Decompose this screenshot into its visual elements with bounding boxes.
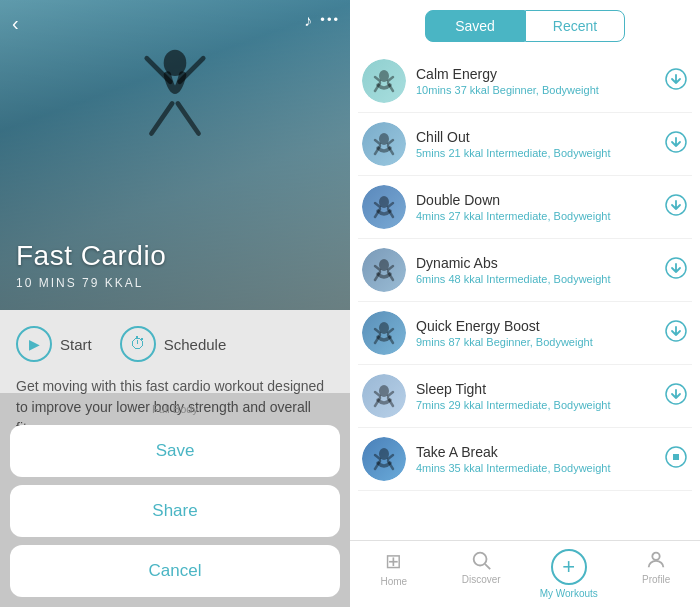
clock-icon: ⏱ xyxy=(120,326,156,362)
workout-name: Chill Out xyxy=(416,129,654,145)
start-button[interactable]: ▶ Start xyxy=(16,326,92,362)
workout-info: Dynamic Abs 6mins 48 kkal Intermediate, … xyxy=(416,255,654,285)
workout-name: Calm Energy xyxy=(416,66,654,82)
hero-title: Fast Cardio xyxy=(16,240,166,272)
tab-bar: Saved Recent xyxy=(350,0,700,50)
workout-item-0[interactable]: Calm Energy 10mins 37 kkal Beginner, Bod… xyxy=(358,50,692,113)
workout-name: Take A Break xyxy=(416,444,654,460)
workout-name: Quick Energy Boost xyxy=(416,318,654,334)
workout-meta: 4mins 27 kkal Intermediate, Bodyweight xyxy=(416,210,654,222)
music-button[interactable]: ♪ xyxy=(304,12,312,30)
workout-thumb xyxy=(362,437,406,481)
workout-item-3[interactable]: Dynamic Abs 6mins 48 kkal Intermediate, … xyxy=(358,239,692,302)
hero-subtitle: 10 MINS 79 KKAL xyxy=(16,276,166,290)
workout-action-download[interactable] xyxy=(664,382,688,411)
svg-point-51 xyxy=(653,553,660,560)
workout-meta: 5mins 21 kkal Intermediate, Bodyweight xyxy=(416,147,654,159)
workout-item-5[interactable]: Sleep Tight 7mins 29 kkal Intermediate, … xyxy=(358,365,692,428)
svg-rect-48 xyxy=(673,454,679,460)
hero-figure xyxy=(115,30,235,190)
workout-info: Take A Break 4mins 35 kkal Intermediate,… xyxy=(416,444,654,474)
nav-my-workouts[interactable]: + My Workouts xyxy=(525,549,613,599)
workout-meta: 10mins 37 kkal Beginner, Bodyweight xyxy=(416,84,654,96)
workout-info: Calm Energy 10mins 37 kkal Beginner, Bod… xyxy=(416,66,654,96)
nav-profile[interactable]: Profile xyxy=(613,549,701,599)
add-workout-icon[interactable]: + xyxy=(551,549,587,585)
play-icon: ▶ xyxy=(16,326,52,362)
detail-area: ▶ Start ⏱ Schedule Get moving with this … xyxy=(0,310,350,607)
profile-label: Profile xyxy=(642,574,670,585)
workout-item-2[interactable]: Double Down 4mins 27 kkal Intermediate, … xyxy=(358,176,692,239)
workout-info: Double Down 4mins 27 kkal Intermediate, … xyxy=(416,192,654,222)
svg-line-50 xyxy=(485,564,490,569)
share-button[interactable]: Share xyxy=(10,485,340,537)
workout-info: Chill Out 5mins 21 kkal Intermediate, Bo… xyxy=(416,129,654,159)
workout-thumb xyxy=(362,185,406,229)
workout-thumb xyxy=(362,248,406,292)
discover-icon xyxy=(470,549,492,571)
tab-saved[interactable]: Saved xyxy=(425,10,525,42)
workout-action-download[interactable] xyxy=(664,256,688,285)
workout-action-download[interactable] xyxy=(664,67,688,96)
workout-name: Double Down xyxy=(416,192,654,208)
left-panel: ‹ ♪ ••• Fast Cardio 10 MINS xyxy=(0,0,350,607)
workout-item-4[interactable]: Quick Energy Boost 9mins 87 kkal Beginne… xyxy=(358,302,692,365)
workout-list: Calm Energy 10mins 37 kkal Beginner, Bod… xyxy=(350,50,700,540)
svg-point-49 xyxy=(474,553,487,566)
right-panel: Saved Recent xyxy=(350,0,700,607)
workout-thumb xyxy=(362,374,406,418)
workout-thumb xyxy=(362,311,406,355)
home-label: Home xyxy=(380,576,407,587)
workout-name: Dynamic Abs xyxy=(416,255,654,271)
workout-item-6[interactable]: Take A Break 4mins 35 kkal Intermediate,… xyxy=(358,428,692,491)
home-icon: ⊞ xyxy=(385,549,402,573)
workout-action-download[interactable] xyxy=(664,319,688,348)
action-row: ▶ Start ⏱ Schedule xyxy=(16,326,334,362)
nav-discover[interactable]: Discover xyxy=(438,549,526,599)
workout-action-download[interactable] xyxy=(664,193,688,222)
start-label: Start xyxy=(60,336,92,353)
workout-info: Sleep Tight 7mins 29 kkal Intermediate, … xyxy=(416,381,654,411)
schedule-button[interactable]: ⏱ Schedule xyxy=(120,326,227,362)
workout-action-download[interactable] xyxy=(664,130,688,159)
bottom-nav: ⊞ Home Discover + My Workouts Profile xyxy=(350,540,700,607)
workout-meta: 6mins 48 kkal Intermediate, Bodyweight xyxy=(416,273,654,285)
workout-meta: 4mins 35 kkal Intermediate, Bodyweight xyxy=(416,462,654,474)
discover-label: Discover xyxy=(462,574,501,585)
profile-icon xyxy=(645,549,667,571)
partial-body-label: Full Body xyxy=(10,403,340,417)
workout-thumb xyxy=(362,59,406,103)
workout-meta: 7mins 29 kkal Intermediate, Bodyweight xyxy=(416,399,654,411)
hero-title-area: Fast Cardio 10 MINS 79 KKAL xyxy=(16,240,166,290)
tab-recent[interactable]: Recent xyxy=(525,10,625,42)
workout-action-stop[interactable] xyxy=(664,445,688,474)
workout-info: Quick Energy Boost 9mins 87 kkal Beginne… xyxy=(416,318,654,348)
workout-item-1[interactable]: Chill Out 5mins 21 kkal Intermediate, Bo… xyxy=(358,113,692,176)
workout-name: Sleep Tight xyxy=(416,381,654,397)
save-button[interactable]: Save xyxy=(10,425,340,477)
schedule-label: Schedule xyxy=(164,336,227,353)
hero-image: ‹ ♪ ••• Fast Cardio 10 MINS xyxy=(0,0,350,310)
more-button[interactable]: ••• xyxy=(320,12,340,27)
workout-thumb xyxy=(362,122,406,166)
back-button[interactable]: ‹ xyxy=(12,12,19,35)
bottom-sheet: Full Body Save Share Cancel xyxy=(0,393,350,607)
svg-line-4 xyxy=(178,103,199,133)
my-workouts-label: My Workouts xyxy=(540,588,598,599)
nav-home[interactable]: ⊞ Home xyxy=(350,549,438,599)
workout-meta: 9mins 87 kkal Beginner, Bodyweight xyxy=(416,336,654,348)
svg-line-3 xyxy=(151,103,172,133)
cancel-button[interactable]: Cancel xyxy=(10,545,340,597)
